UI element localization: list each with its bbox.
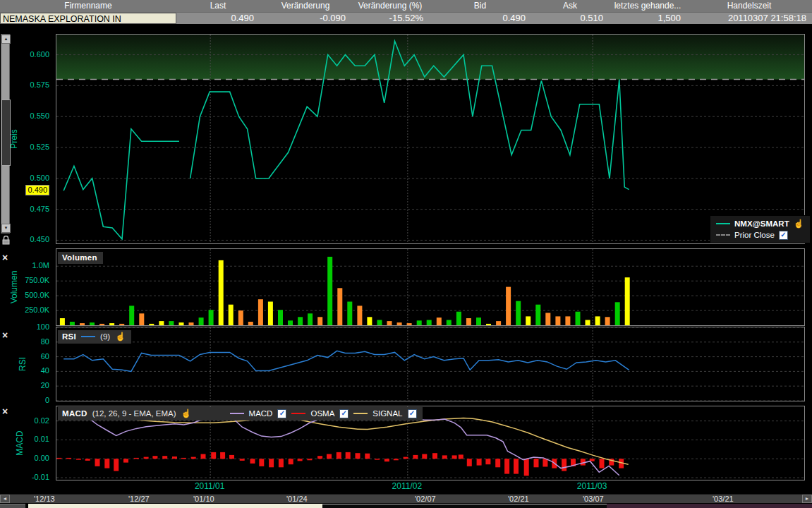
osma-bar	[191, 457, 196, 459]
rsi-label-text: RSI	[62, 332, 76, 341]
bottom-strip-segment	[607, 504, 812, 508]
column-header-firmenname[interactable]: Firmenname	[0, 0, 176, 12]
last-size-value: 1,500	[609, 13, 686, 24]
osma-legend-label: OSMA	[310, 409, 334, 418]
column-header-last[interactable]: Last	[176, 0, 260, 12]
osma-bar	[250, 459, 255, 464]
osma-bar	[346, 452, 351, 459]
volume-bar	[456, 312, 461, 325]
volume-bar	[90, 322, 95, 325]
signal-checkbox[interactable]: ✓	[408, 409, 417, 418]
volume-axis: Volumen 1.0M750.0K500.0K250.0K	[0, 248, 54, 326]
osma-bar	[114, 459, 119, 471]
osma-bar	[504, 459, 509, 473]
osma-line-swatch	[291, 413, 305, 414]
x-axis-month-labels: 2011/012011/022011/03	[0, 481, 812, 492]
volume-bar	[486, 324, 491, 325]
volume-bar	[179, 322, 184, 325]
column-header-veraenderung-pct[interactable]: Veränderung (%)	[351, 0, 429, 12]
column-header-veraenderung[interactable]: Veränderung	[260, 0, 351, 12]
rsi-axis: RSI 100806040200	[0, 327, 54, 401]
prior-close-checkbox[interactable]: ✓	[779, 231, 788, 240]
time-scrollbar[interactable]: ◄ ► '12/13'12/27'01/10'01/24'02/07'02/21…	[0, 494, 812, 503]
volume-bar	[199, 318, 204, 325]
osma-bar	[356, 453, 360, 459]
osma-bar	[524, 459, 529, 476]
osma-bar	[181, 458, 186, 459]
osma-bar	[467, 459, 472, 466]
y-axis-tick-label: 250.0K	[0, 306, 49, 314]
column-header-ask[interactable]: Ask	[531, 0, 609, 12]
y-axis-tick-label: 60	[0, 352, 49, 361]
osma-bar	[337, 452, 341, 459]
volume-bar	[496, 321, 501, 325]
scrollbar-date-label: '12/13	[34, 495, 55, 503]
rsi-panel-legend[interactable]: RSI (9) ☝	[58, 330, 131, 344]
volume-bar	[229, 305, 234, 325]
column-header-bid[interactable]: Bid	[429, 0, 531, 12]
volume-bar	[129, 306, 134, 325]
volume-bar	[625, 277, 630, 325]
volume-bar	[149, 324, 154, 325]
osma-bar	[172, 456, 177, 459]
symbol-name-cell[interactable]: NEMASKA EXPLORATION IN	[0, 13, 176, 24]
rsi-plot[interactable]	[56, 327, 804, 401]
y-axis-tick-label: 20	[0, 381, 49, 389]
osma-bar	[404, 457, 408, 459]
macd-axis: MACD 0.020.010.00-0.01	[0, 406, 54, 480]
hand-cursor-icon[interactable]: ☝	[181, 409, 192, 418]
volume-bar	[119, 324, 124, 325]
osma-bar	[495, 459, 500, 467]
volume-bar	[159, 321, 164, 325]
volume-bar	[209, 310, 214, 325]
volume-panel-label[interactable]: Volumen	[58, 252, 103, 264]
y-axis-tick-label: 0.01	[0, 435, 49, 443]
osma-bar	[211, 452, 216, 459]
y-axis-tick-label: 0.500	[0, 174, 49, 182]
osma-bar	[317, 456, 322, 459]
quote-bar: Firmenname Last Veränderung Veränderung …	[0, 0, 812, 24]
macd-checkbox[interactable]: ✓	[277, 409, 286, 418]
scrollbar-date-label: '03/21	[713, 495, 734, 503]
osma-checkbox[interactable]: ✓	[339, 409, 349, 418]
volume-bar	[586, 320, 590, 326]
scrollbar-date-label: '01/24	[286, 495, 308, 503]
volume-bar	[387, 321, 392, 325]
y-axis-tick-label: 500.0K	[0, 291, 49, 299]
rsi-period-text: (9)	[100, 332, 110, 341]
change-pct-value: -15.52%	[351, 13, 429, 24]
symbol-legend-label: NMX@SMART	[734, 219, 789, 228]
y-axis-tick-label: 0.450	[0, 235, 49, 243]
volume-bar	[317, 317, 322, 325]
macd-panel-legend[interactable]: MACD (12, 26, 9 - EMA, EMA) ☝ MACD ✓ OSM…	[58, 407, 423, 421]
volume-plot[interactable]	[56, 249, 804, 325]
volume-bar	[476, 318, 481, 325]
osma-bar	[144, 457, 149, 459]
osma-bar	[600, 459, 605, 468]
rsi-panel[interactable]	[56, 327, 805, 401]
osma-bar	[134, 458, 139, 459]
volume-panel[interactable]	[56, 248, 805, 326]
volume-bar	[417, 320, 422, 325]
quote-header-row: Firmenname Last Veränderung Veränderung …	[0, 0, 812, 12]
scroll-right-icon[interactable]: ►	[802, 495, 812, 503]
osma-bar	[562, 459, 566, 471]
volume-bar	[109, 323, 114, 325]
osma-bar	[240, 459, 245, 461]
quote-value-row: NEMASKA EXPLORATION IN 0.490 -0.090 -15.…	[0, 12, 812, 24]
price-legend[interactable]: NMX@SMART ☝ Prior Close ✓	[710, 215, 811, 243]
volume-bar	[526, 316, 531, 325]
price-plot[interactable]	[56, 35, 804, 243]
scroll-left-icon[interactable]: ◄	[0, 495, 10, 503]
scrollbar-date-label: '02/21	[508, 495, 529, 503]
above-prior-close-band	[56, 35, 804, 80]
y-axis-tick-label: -0.01	[0, 473, 49, 481]
hand-cursor-icon[interactable]: ☝	[115, 332, 126, 341]
last-price-axis-tag: 0.490	[25, 185, 49, 195]
column-header-handelszeit[interactable]: Handelszeit	[686, 0, 812, 12]
volume-bar	[258, 299, 263, 325]
hand-cursor-icon[interactable]: ☝	[794, 219, 804, 229]
price-panel[interactable]	[56, 34, 805, 244]
y-axis-tick-label: 750.0K	[0, 276, 49, 284]
column-header-last-size[interactable]: letztes gehande...	[609, 0, 686, 12]
